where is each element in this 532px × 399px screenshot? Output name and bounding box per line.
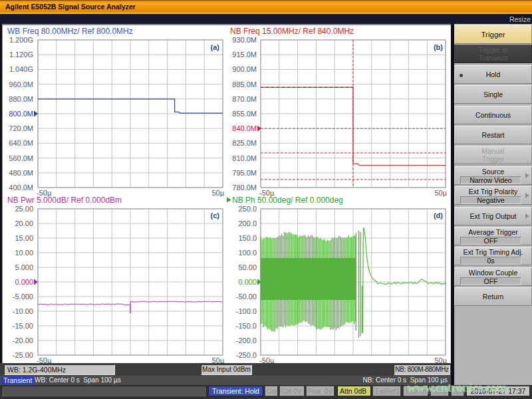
svg-text:930.0M: 930.0M [232,36,257,44]
svg-text:100.0: 100.0 [238,249,257,257]
svg-text:1.040G: 1.040G [9,65,33,73]
svg-text:560.0M: 560.0M [9,154,33,162]
svg-text:885.0M: 885.0M [232,80,257,88]
svg-text:880.0M: 880.0M [9,95,33,103]
svg-text:780.0M: 780.0M [232,184,257,192]
svg-text:900.0M: 900.0M [232,65,257,73]
svg-text:(d): (d) [434,211,443,219]
svg-text:50µ: 50µ [434,189,447,197]
svg-text:400.0M: 400.0M [9,184,33,192]
svg-text:840.0M: 840.0M [232,124,257,132]
svg-text:250.0: 250.0 [238,205,257,213]
svg-text:1.200G: 1.200G [9,36,33,44]
svg-text:(c): (c) [211,211,220,219]
svg-text:15.00: 15.00 [15,234,33,242]
svg-text:640.0M: 640.0M [9,139,33,147]
svg-text:NB Ph 50.00deg/ Ref 0.000deg: NB Ph 50.00deg/ Ref 0.000deg [232,196,343,205]
svg-text:-25.00: -25.00 [13,351,33,359]
svg-text:-50.00: -50.00 [236,293,257,301]
svg-text:-15.00: -15.00 [13,322,33,330]
svg-text:0.000: 0.000 [238,278,257,286]
svg-text:-200.0: -200.0 [236,336,257,344]
svg-text:-10.00: -10.00 [13,307,33,315]
svg-text:50µ: 50µ [211,189,224,197]
svg-text:NB Freq 15.00MHz/ Ref 840.0MHz: NB Freq 15.00MHz/ Ref 840.0MHz [230,27,354,36]
svg-text:25.00: 25.00 [15,205,33,213]
svg-text:-5.000: -5.000 [13,293,33,301]
svg-text:10.00: 10.00 [15,249,33,257]
svg-text:20.00: 20.00 [15,219,33,227]
svg-text:(a): (a) [211,43,220,51]
svg-text:0.000: 0.000 [15,278,33,286]
svg-text:-250.0: -250.0 [236,351,257,359]
svg-text:(b): (b) [434,43,443,51]
svg-text:825.0M: 825.0M [232,139,257,147]
svg-text:200.0: 200.0 [238,219,257,227]
svg-text:855.0M: 855.0M [232,110,257,118]
svg-text:-150.0: -150.0 [236,322,257,330]
svg-text:960.0M: 960.0M [9,80,33,88]
svg-text:NB Pwr 5.000dB/ Ref 0.000dBm: NB Pwr 5.000dB/ Ref 0.000dBm [7,196,122,205]
svg-text:795.0M: 795.0M [232,169,257,177]
svg-text:5.000: 5.000 [15,263,33,271]
svg-text:-100.0: -100.0 [236,307,257,315]
svg-text:480.0M: 480.0M [9,169,33,177]
svg-text:870.0M: 870.0M [232,95,257,103]
svg-text:1.120G: 1.120G [9,51,33,59]
svg-text:720.0M: 720.0M [9,124,33,132]
svg-text:915.0M: 915.0M [232,51,257,59]
svg-text:150.0: 150.0 [238,234,257,242]
svg-text:-20.00: -20.00 [13,336,33,344]
svg-text:50.00: 50.00 [238,263,257,271]
svg-text:800.0M: 800.0M [9,110,33,118]
svg-text:WB Freq 80.00MHz/ Ref 800.0MHz: WB Freq 80.00MHz/ Ref 800.0MHz [7,27,133,36]
svg-text:810.0M: 810.0M [232,154,257,162]
